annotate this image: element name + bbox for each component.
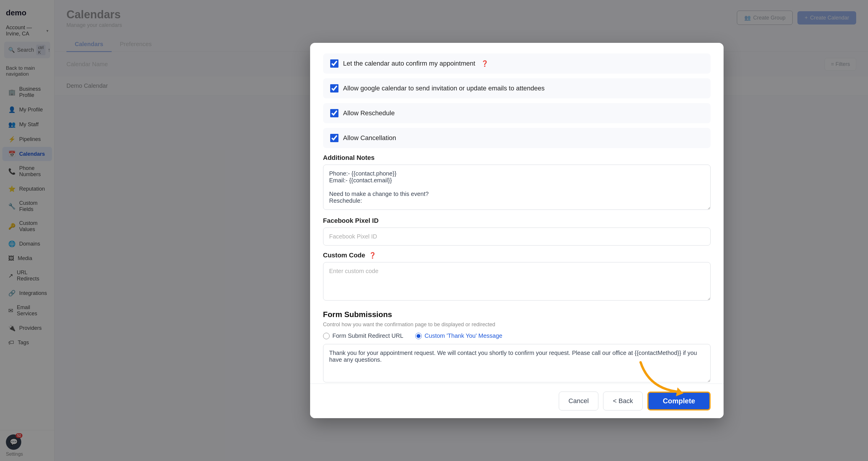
form-submissions-section: Form Submissions Control how you want th… [323,310,711,383]
auto-confirm-label: Let the calendar auto confirm my appoint… [343,60,475,67]
radio-thank-you[interactable]: Custom 'Thank You' Message [415,333,502,339]
modal-body: Let the calendar auto confirm my appoint… [310,43,723,383]
facebook-pixel-input[interactable] [323,228,711,246]
modal-footer: Cancel < Back Complete [310,383,723,418]
allow-cancellation-checkbox[interactable] [330,134,338,142]
help-icon-custom-code: ❓ [369,252,376,259]
form-submissions-title: Form Submissions [323,310,711,319]
additional-notes-textarea[interactable]: Phone:- {{contact.phone}} Email:- {{cont… [323,165,711,210]
form-submissions-subtitle: Control how you want the confirmation pa… [323,321,711,328]
radio-redirect-url[interactable]: Form Submit Redirect URL [323,333,403,339]
thank-you-textarea[interactable]: Thank you for your appointment request. … [323,344,711,382]
cancel-button[interactable]: Cancel [559,392,598,410]
modal-overlay: Let the calendar auto confirm my appoint… [0,0,868,461]
modal-dialog: Let the calendar auto confirm my appoint… [310,43,723,418]
help-icon-auto-confirm: ❓ [481,60,489,67]
radio-redirect-url-label: Form Submit Redirect URL [333,333,403,339]
checkbox-row-allow-cancellation: Allow Cancellation [323,128,711,148]
allow-reschedule-checkbox[interactable] [330,109,338,117]
radio-group: Form Submit Redirect URL Custom 'Thank Y… [323,333,711,339]
checkbox-row-allow-reschedule: Allow Reschedule [323,103,711,123]
additional-notes-label: Additional Notes [323,154,711,162]
google-invite-checkbox[interactable] [330,84,338,92]
custom-code-textarea[interactable] [323,262,711,300]
checkbox-row-auto-confirm: Let the calendar auto confirm my appoint… [323,54,711,74]
allow-reschedule-label: Allow Reschedule [343,109,395,117]
complete-button[interactable]: Complete [647,392,710,410]
allow-cancellation-label: Allow Cancellation [343,134,396,142]
radio-thank-you-label: Custom 'Thank You' Message [425,333,502,339]
radio-thank-you-input[interactable] [415,333,422,339]
google-invite-label: Allow google calendar to send invitation… [343,85,545,92]
radio-redirect-url-input[interactable] [323,333,330,339]
facebook-pixel-label: Facebook Pixel ID [323,217,711,225]
auto-confirm-checkbox[interactable] [330,59,338,68]
back-button[interactable]: < Back [603,392,643,410]
checkbox-row-google-invite: Allow google calendar to send invitation… [323,78,711,98]
custom-code-label: Custom Code ❓ [323,252,711,259]
